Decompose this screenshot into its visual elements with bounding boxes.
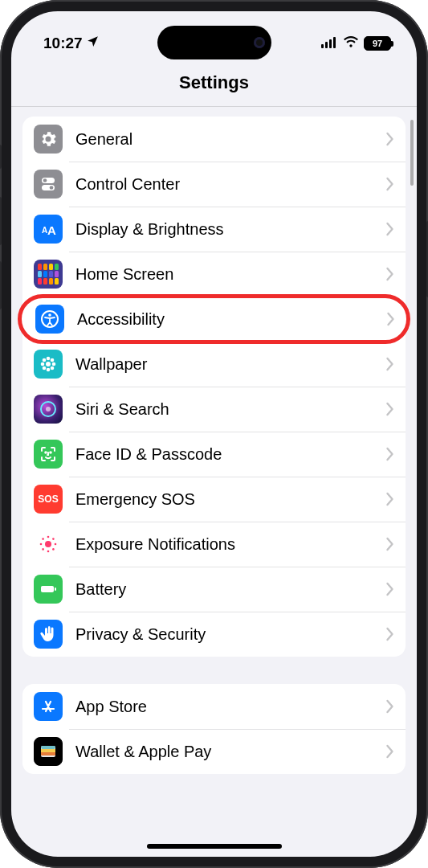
battery-icon: 97	[364, 36, 391, 51]
settings-row-display[interactable]: AADisplay & Brightness	[22, 207, 406, 252]
svg-rect-35	[55, 588, 56, 591]
row-label: Wallpaper	[63, 355, 385, 374]
settings-row-control-center[interactable]: Control Center	[22, 162, 406, 207]
settings-row-accessibility[interactable]: Accessibility	[18, 294, 410, 344]
settings-row-general[interactable]: General	[22, 117, 406, 162]
svg-point-12	[46, 362, 51, 366]
chevron-right-icon	[385, 627, 394, 641]
gear-icon	[34, 125, 63, 154]
svg-point-33	[52, 548, 55, 551]
settings-row-wallpaper[interactable]: Wallpaper	[22, 342, 406, 387]
silent-switch[interactable]	[0, 145, 2, 169]
svg-rect-2	[329, 39, 332, 48]
svg-point-22	[46, 407, 51, 411]
settings-row-siri[interactable]: Siri & Search	[22, 387, 406, 432]
chevron-right-icon	[385, 132, 394, 146]
settings-row-app-store[interactable]: App Store	[22, 684, 406, 729]
svg-point-28	[40, 543, 43, 546]
dynamic-island	[157, 26, 271, 59]
chevron-right-icon	[385, 222, 394, 236]
svg-point-14	[47, 368, 51, 372]
siri-icon	[34, 395, 63, 424]
svg-rect-34	[41, 586, 54, 592]
chevron-right-icon	[385, 492, 394, 506]
status-left: 10:27	[43, 35, 100, 52]
row-label: Control Center	[63, 175, 385, 194]
battery-icon	[34, 575, 63, 604]
svg-rect-0	[321, 44, 324, 48]
row-label: Privacy & Security	[63, 625, 385, 644]
svg-point-11	[48, 313, 51, 317]
row-label: Home Screen	[63, 265, 385, 284]
chevron-right-icon	[385, 537, 394, 551]
chevron-right-icon	[385, 744, 394, 759]
settings-row-wallet[interactable]: Wallet & Apple Pay	[22, 729, 406, 774]
settings-group: GeneralControl CenterAADisplay & Brightn…	[22, 117, 406, 657]
battery-level: 97	[373, 39, 382, 48]
chevron-right-icon	[385, 582, 394, 596]
svg-rect-37	[41, 746, 55, 749]
settings-group: App StoreWallet & Apple Pay	[22, 684, 406, 774]
svg-point-27	[47, 551, 50, 553]
svg-point-26	[47, 536, 50, 538]
svg-point-29	[55, 543, 57, 546]
svg-point-19	[43, 366, 47, 371]
row-label: Emergency SOS	[63, 490, 385, 509]
svg-point-20	[51, 366, 55, 371]
row-label: Siri & Search	[63, 400, 385, 419]
wallet-icon	[34, 737, 63, 766]
chevron-right-icon	[385, 402, 394, 416]
settings-row-exposure[interactable]: Exposure Notifications	[22, 522, 406, 567]
home-indicator[interactable]	[147, 844, 282, 849]
appstore-icon	[34, 692, 63, 721]
scroll-indicator[interactable]	[410, 120, 414, 186]
row-label: Face ID & Passcode	[63, 445, 385, 464]
svg-point-16	[52, 362, 56, 366]
settings-row-home-screen[interactable]: Home Screen	[22, 252, 406, 297]
settings-row-privacy[interactable]: Privacy & Security	[22, 612, 406, 657]
sos-icon: SOS	[34, 485, 63, 514]
svg-point-15	[41, 362, 45, 366]
chevron-right-icon	[385, 267, 394, 281]
location-arrow-icon	[86, 35, 100, 52]
svg-point-17	[43, 358, 47, 362]
settings-row-sos[interactable]: SOSEmergency SOS	[22, 477, 406, 522]
chevron-right-icon	[385, 447, 394, 461]
row-label: Display & Brightness	[63, 220, 385, 239]
row-label: Exposure Notifications	[63, 535, 385, 554]
svg-point-25	[45, 541, 51, 547]
svg-point-5	[43, 178, 47, 182]
svg-text:A: A	[47, 223, 56, 237]
svg-rect-1	[325, 42, 328, 48]
exposure-icon	[34, 530, 63, 559]
toggles-icon	[34, 170, 63, 199]
settings-list[interactable]: GeneralControl CenterAADisplay & Brightn…	[11, 107, 417, 857]
settings-row-face-id[interactable]: Face ID & Passcode	[22, 432, 406, 477]
phone-frame: 10:27 97 Settings GeneralControl Ce	[0, 0, 428, 868]
wifi-icon	[343, 34, 359, 54]
svg-point-18	[51, 358, 55, 362]
volume-down-button[interactable]	[0, 261, 2, 309]
volume-up-button[interactable]	[0, 197, 2, 245]
camera-icon	[254, 37, 265, 48]
status-right: 97	[320, 34, 391, 54]
svg-point-31	[52, 538, 55, 540]
settings-row-battery[interactable]: Battery	[22, 567, 406, 612]
page-title: Settings	[11, 61, 417, 107]
row-label: Battery	[63, 580, 385, 599]
svg-point-32	[42, 548, 44, 551]
chevron-right-icon	[385, 177, 394, 191]
svg-point-13	[47, 357, 51, 361]
chevron-right-icon	[385, 699, 394, 714]
chevron-right-icon	[385, 357, 394, 371]
hand-icon	[34, 620, 63, 649]
row-label: Wallet & Apple Pay	[63, 743, 385, 761]
face-id-icon	[34, 440, 63, 469]
svg-rect-38	[41, 749, 55, 752]
status-time: 10:27	[43, 35, 83, 52]
svg-point-7	[50, 186, 54, 190]
svg-rect-39	[41, 752, 55, 755]
text-size-icon: AA	[34, 215, 63, 244]
svg-point-23	[45, 452, 47, 453]
cellular-signal-icon	[320, 35, 338, 52]
